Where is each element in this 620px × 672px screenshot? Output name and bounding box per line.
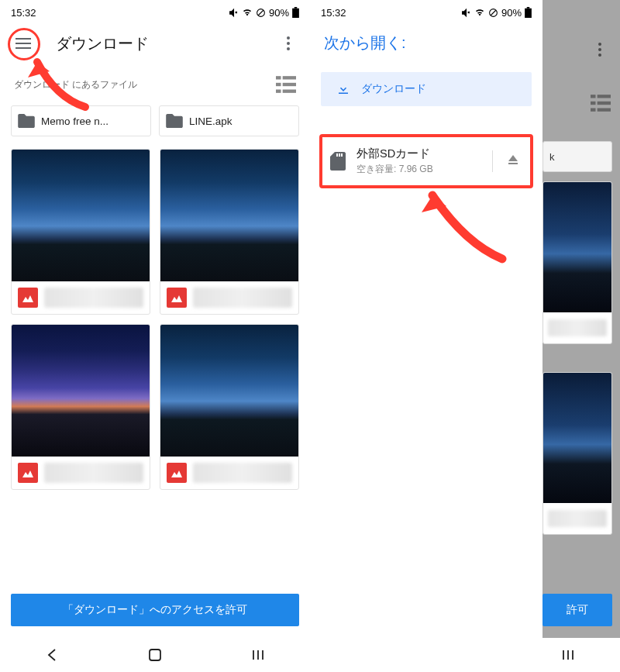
recents-button[interactable] [250, 647, 266, 663]
folder-item[interactable]: LINE.apk [159, 105, 299, 136]
file-tile-peek[interactable] [542, 181, 612, 344]
svg-rect-24 [598, 95, 611, 98]
home-button[interactable] [147, 647, 163, 663]
svg-rect-31 [527, 7, 530, 9]
drawer-title: 次から開く: [310, 22, 542, 61]
file-tile[interactable] [11, 149, 150, 315]
sdcard-free: 空き容量: 7.96 GB [356, 163, 481, 176]
wifi-icon [474, 8, 485, 17]
svg-rect-28 [598, 109, 611, 112]
battery-icon [525, 7, 532, 18]
file-tile[interactable] [160, 149, 299, 315]
drawer-item-label: ダウンロード [361, 82, 426, 96]
battery-icon [292, 7, 299, 18]
file-tile[interactable] [160, 324, 299, 490]
allow-access-button[interactable]: 「ダウンロード」へのアクセスを許可 [11, 594, 299, 626]
svg-rect-16 [150, 650, 160, 660]
svg-rect-26 [598, 102, 611, 105]
allow-access-label-peek: 許可 [567, 603, 588, 617]
svg-rect-25 [591, 102, 596, 105]
filename-redacted [193, 288, 292, 308]
folder-item-peek[interactable]: k [542, 141, 612, 172]
tile-footer [12, 457, 150, 489]
svg-rect-32 [525, 9, 532, 18]
svg-rect-11 [283, 76, 296, 79]
thumbnail [12, 150, 150, 281]
image-icon [18, 463, 38, 483]
battery-pct: 90% [269, 7, 289, 19]
svg-rect-35 [341, 153, 343, 157]
svg-rect-10 [276, 76, 281, 79]
file-grid [0, 143, 310, 496]
phone-right: k 許可 15:32 90% [310, 0, 620, 672]
filename-redacted [548, 510, 607, 527]
volume-mute-icon [229, 8, 239, 18]
svg-rect-23 [591, 95, 596, 98]
wifi-icon [242, 8, 253, 17]
drawer-item-sdcard[interactable]: 外部SDカード 空き容量: 7.96 GB [319, 134, 533, 188]
filename-redacted [548, 319, 607, 336]
svg-point-9 [287, 47, 290, 50]
more-vert-icon [598, 43, 601, 57]
back-button[interactable] [44, 647, 60, 663]
filename-redacted [44, 288, 143, 308]
folder-icon [18, 114, 35, 128]
navigation-drawer: 15:32 90% 次から開く: ダウンロード 外部SDカード 空き容量: 7.… [310, 0, 542, 672]
sdcard-title: 外部SDカード [356, 146, 481, 161]
thumbnail [543, 182, 611, 312]
download-icon [336, 82, 350, 96]
list-view-button[interactable] [276, 76, 296, 93]
thumbnail [160, 325, 298, 457]
svg-line-30 [491, 10, 496, 16]
tile-footer [543, 312, 611, 343]
divider [492, 150, 493, 172]
drawer-item-downloads[interactable]: ダウンロード [321, 72, 532, 106]
svg-rect-36 [508, 163, 518, 164]
status-icons: 90% [461, 7, 532, 19]
more-button[interactable] [273, 28, 304, 59]
svg-point-7 [287, 36, 290, 40]
file-tile-peek[interactable] [542, 372, 612, 535]
tile-footer [12, 281, 150, 314]
annotation-arrow-right [411, 181, 512, 267]
svg-point-21 [598, 48, 601, 51]
status-bar: 15:32 90% [0, 0, 310, 22]
image-icon [167, 463, 187, 483]
svg-rect-13 [283, 83, 296, 86]
image-icon [167, 288, 187, 308]
svg-point-22 [598, 53, 601, 57]
file-tile[interactable] [11, 324, 150, 490]
svg-rect-33 [336, 153, 338, 157]
status-icons: 90% [229, 7, 299, 19]
allow-access-button-peek[interactable]: 許可 [542, 594, 612, 626]
tile-footer [543, 503, 611, 534]
filename-redacted [44, 463, 143, 483]
clock: 15:32 [11, 7, 36, 19]
no-sim-icon [256, 8, 266, 18]
sdcard-text: 外部SDカード 空き容量: 7.96 GB [356, 146, 481, 176]
svg-line-1 [258, 10, 264, 16]
dimmed-background: k 許可 [542, 0, 620, 638]
sdcard-icon [330, 152, 346, 171]
svg-rect-12 [276, 83, 281, 86]
list-view-button[interactable] [591, 95, 611, 112]
no-sim-icon [488, 8, 498, 18]
battery-pct: 90% [501, 7, 522, 19]
more-button[interactable] [584, 34, 615, 65]
recents-button[interactable] [560, 647, 576, 663]
clock: 15:32 [321, 7, 346, 19]
allow-access-label: 「ダウンロード」へのアクセスを許可 [63, 603, 247, 617]
svg-rect-3 [292, 9, 299, 18]
thumbnail [160, 150, 298, 281]
svg-rect-15 [283, 90, 296, 93]
folder-icon [166, 114, 183, 128]
tile-footer [160, 457, 298, 489]
svg-point-20 [598, 43, 601, 46]
svg-rect-2 [294, 7, 298, 9]
eject-button[interactable] [504, 153, 522, 169]
phone-left: 15:32 90% ダウンロード ダウンロード にあるファイル Memo fre… [0, 0, 310, 672]
filename-redacted [193, 463, 292, 483]
eject-icon [507, 153, 519, 166]
thumbnail [543, 373, 611, 503]
tile-footer [160, 281, 298, 314]
